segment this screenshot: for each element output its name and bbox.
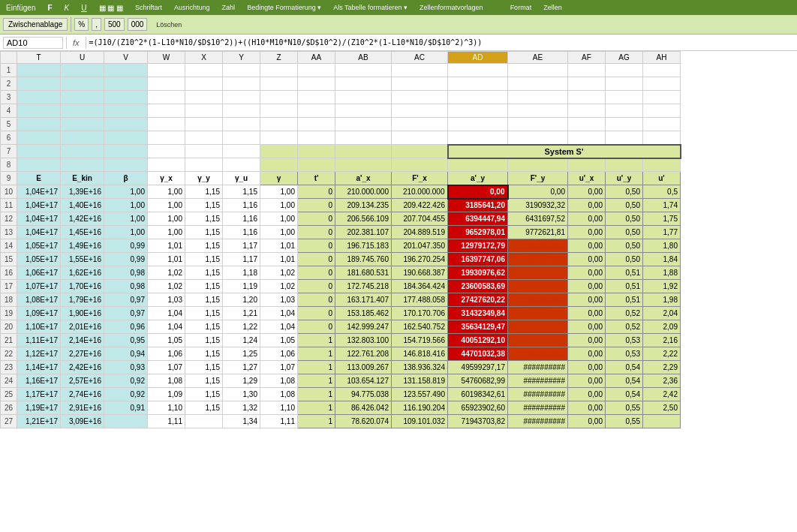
col-Z[interactable]: Z — [260, 52, 298, 64]
table-cell[interactable]: 9652978,01 — [448, 226, 508, 239]
bold-btn[interactable]: F — [47, 4, 52, 12]
table-cell[interactable]: u'_x — [568, 172, 606, 185]
table-cell[interactable]: 1,11E+17 — [17, 334, 61, 347]
table-cell[interactable]: 1,30 — [223, 388, 260, 401]
table-cell[interactable]: 0,00 — [568, 253, 606, 266]
table-cell[interactable]: γ_u — [223, 172, 260, 185]
table-cell[interactable]: 113.009.267 — [335, 361, 392, 374]
table-cell[interactable]: 0 — [298, 226, 335, 239]
col-AG[interactable]: AG — [606, 52, 643, 64]
table-cell[interactable]: 3,09E+16 — [61, 415, 104, 428]
table-cell[interactable]: 0,00 — [568, 415, 606, 428]
table-cell[interactable] — [61, 64, 104, 77]
table-cell[interactable]: 207.704.455 — [392, 212, 448, 226]
table-cell[interactable]: 1,15 — [185, 226, 223, 239]
table-cell[interactable] — [298, 131, 335, 145]
table-cell[interactable]: 0,00 — [568, 347, 606, 361]
table-cell[interactable]: 1,49E+16 — [61, 239, 104, 253]
table-cell[interactable]: 71943703,82 — [448, 415, 508, 428]
table-cell[interactable]: 1,04E+17 — [17, 185, 61, 199]
table-cell[interactable]: 0,50 — [606, 253, 643, 266]
table-cell[interactable] — [508, 104, 568, 118]
table-cell[interactable]: 1,15 — [185, 307, 223, 320]
table-cell[interactable]: 1,84 — [643, 253, 681, 266]
table-cell[interactable] — [448, 118, 508, 131]
table-cell[interactable]: 2,14E+16 — [61, 334, 104, 347]
table-cell[interactable] — [260, 131, 298, 145]
table-cell[interactable] — [335, 64, 392, 77]
col-AD[interactable]: AD — [448, 52, 508, 64]
col-AB[interactable]: AB — [335, 52, 392, 64]
table-cell[interactable] — [17, 145, 61, 158]
comma-btn[interactable]: , — [92, 18, 101, 31]
table-cell[interactable]: 1,02 — [260, 266, 298, 280]
table-cell[interactable] — [508, 91, 568, 104]
table-cell[interactable]: 0,50 — [606, 239, 643, 253]
table-cell[interactable] — [17, 158, 61, 172]
table-cell[interactable]: 1,01 — [260, 253, 298, 266]
table-cell[interactable]: 0,00 — [568, 199, 606, 212]
table-cell[interactable]: ########## — [508, 239, 568, 253]
table-cell[interactable]: 1,15 — [185, 334, 223, 347]
table-cell[interactable] — [392, 131, 448, 145]
table-cell[interactable]: 1,00 — [260, 212, 298, 226]
table-cell[interactable] — [448, 77, 508, 91]
table-cell[interactable] — [643, 415, 681, 428]
table-cell[interactable]: 2,91E+16 — [61, 401, 104, 415]
table-cell[interactable] — [392, 158, 448, 172]
table-cell[interactable]: E — [17, 172, 61, 185]
table-cell[interactable]: ########## — [508, 361, 568, 374]
table-cell[interactable]: 1,01 — [148, 239, 185, 253]
table-cell[interactable] — [260, 104, 298, 118]
table-cell[interactable]: 153.185.462 — [335, 307, 392, 320]
table-cell[interactable]: 142.999.247 — [335, 320, 392, 334]
table-cell[interactable]: 1,04E+17 — [17, 226, 61, 239]
table-cell[interactable] — [335, 77, 392, 91]
table-cell[interactable] — [568, 158, 606, 172]
table-cell[interactable]: 163.171.407 — [335, 293, 392, 307]
table-cell[interactable] — [148, 118, 185, 131]
table-cell[interactable] — [185, 131, 223, 145]
table-cell[interactable]: 2,57E+16 — [61, 374, 104, 388]
table-cell[interactable]: 1,01 — [148, 253, 185, 266]
table-cell[interactable]: 1,88 — [643, 266, 681, 280]
table-cell[interactable]: 1,00 — [148, 226, 185, 239]
table-cell[interactable]: 31432349,84 — [448, 307, 508, 320]
table-cell[interactable]: 1,19 — [223, 280, 260, 293]
table-cell[interactable]: 0,50 — [606, 226, 643, 239]
table-cell[interactable]: 1,27 — [223, 361, 260, 374]
table-cell[interactable] — [392, 77, 448, 91]
table-cell[interactable] — [61, 158, 104, 172]
table-cell[interactable]: 1,15 — [185, 253, 223, 266]
table-cell[interactable] — [104, 77, 148, 91]
table-cell[interactable]: 1,05E+17 — [17, 239, 61, 253]
table-cell[interactable]: 0,54 — [606, 374, 643, 388]
table-cell[interactable]: 2,22 — [643, 347, 681, 361]
table-cell[interactable]: 1,21 — [223, 307, 260, 320]
table-cell[interactable]: 1,04 — [260, 307, 298, 320]
table-cell[interactable]: ########## — [508, 293, 568, 307]
table-cell[interactable] — [17, 118, 61, 131]
table-cell[interactable]: 16397747,06 — [448, 253, 508, 266]
table-cell[interactable] — [508, 131, 568, 145]
col-T[interactable]: T — [17, 52, 61, 64]
table-cell[interactable]: 116.190.204 — [392, 401, 448, 415]
table-cell[interactable]: 1,00 — [104, 185, 148, 199]
table-cell[interactable]: 60198342,61 — [448, 388, 508, 401]
table-cell[interactable]: 1,18 — [223, 266, 260, 280]
table-cell[interactable] — [643, 91, 681, 104]
table-cell[interactable]: 2,42E+16 — [61, 361, 104, 374]
table-cell[interactable]: 2,27E+16 — [61, 347, 104, 361]
table-cell[interactable]: 0,91 — [104, 401, 148, 415]
table-cell[interactable]: 1,40E+16 — [61, 199, 104, 212]
table-cell[interactable] — [448, 131, 508, 145]
table-cell[interactable] — [335, 91, 392, 104]
table-cell[interactable]: 1,15 — [185, 347, 223, 361]
table-cell[interactable] — [260, 145, 298, 158]
table-cell[interactable]: 1,02 — [148, 266, 185, 280]
table-cell[interactable]: 1,06 — [260, 347, 298, 361]
table-cell[interactable] — [185, 91, 223, 104]
table-cell[interactable]: 210.000.000 — [335, 185, 392, 199]
table-cell[interactable]: 1,75 — [643, 212, 681, 226]
table-cell[interactable]: 0 — [298, 266, 335, 280]
